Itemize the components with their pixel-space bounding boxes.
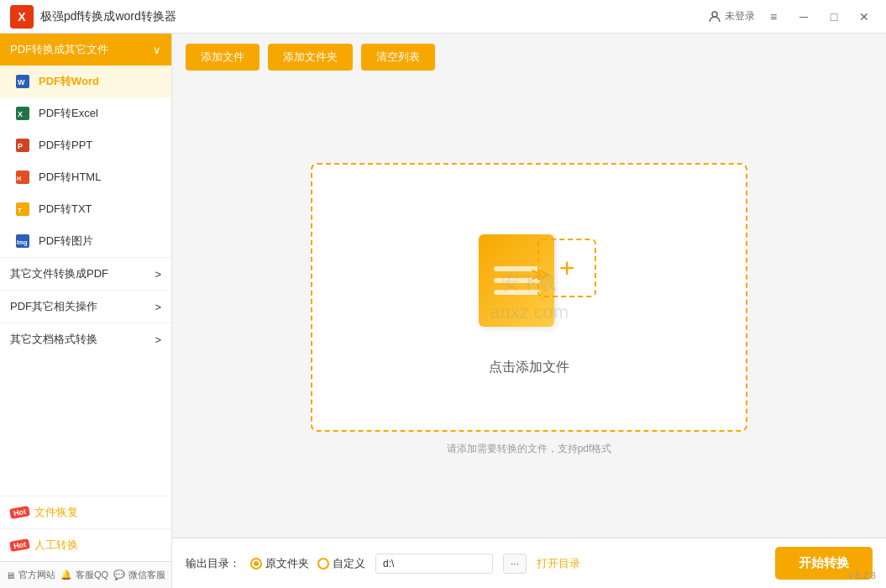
sidebar-item-pdf-to-img[interactable]: Img PDF转图片 (0, 225, 171, 257)
close-button[interactable]: ✕ (852, 5, 876, 29)
plus-icon: + (559, 253, 575, 284)
website-label: 官方网站 (18, 569, 55, 581)
svg-text:P: P (18, 142, 23, 150)
official-website-link[interactable]: 🖥 官方网站 (6, 569, 55, 581)
doc-line-3 (494, 290, 540, 295)
sidebar-item-label: PDF转图片 (39, 234, 93, 249)
output-path-input[interactable] (375, 554, 493, 574)
qq-support-link[interactable]: 🔔 客服QQ (60, 569, 108, 581)
open-dir-button[interactable]: 打开目录 (537, 556, 580, 571)
radio-original-label: 原文件夹 (265, 556, 309, 571)
sidebar: PDF转换成其它文件 ∨ W PDF转Word X PDF转Excel P PD… (0, 34, 172, 588)
version-label: v 5.2.3 (848, 569, 876, 581)
output-dir-label: 输出目录： (186, 556, 240, 571)
file-recovery-label: 文件恢复 (34, 505, 78, 520)
add-folder-button[interactable]: 添加文件夹 (268, 44, 353, 71)
excel-icon: X (13, 104, 32, 123)
user-label: 未登录 (725, 9, 755, 24)
sidebar-item-file-recovery[interactable]: Hot 文件恢复 (0, 496, 171, 528)
svg-text:X: X (18, 110, 23, 118)
wechat-label: 微信客服 (128, 569, 165, 581)
manual-convert-label: 人工转换 (34, 538, 78, 553)
drop-area-container: 安下载anxz.com ≫ + 点击添加文件 请添加需要转换的文件，支持 (172, 81, 886, 538)
browse-button[interactable]: ··· (503, 554, 527, 574)
sidebar-category-doc-convert[interactable]: 其它文档格式转换 > (0, 323, 171, 355)
version-text: v 5.2.3 (848, 570, 876, 580)
hot-badge-recovery: Hot (9, 506, 30, 519)
img-icon: Img (13, 232, 32, 250)
sidebar-item-label: PDF转PPT (39, 138, 92, 153)
radio-original-dot (250, 558, 262, 570)
sidebar-item-pdf-to-ppt[interactable]: P PDF转PPT (0, 129, 171, 161)
txt-icon: T (13, 200, 32, 218)
svg-text:Img: Img (17, 239, 27, 246)
html-icon: H (13, 168, 32, 186)
radio-custom-label: 自定义 (333, 556, 365, 571)
menu-button[interactable]: ≡ (762, 5, 785, 29)
sidebar-section-label: PDF转换成其它文件 (10, 42, 108, 57)
user-icon (708, 10, 721, 24)
main-layout: PDF转换成其它文件 ∨ W PDF转Word X PDF转Excel P PD… (0, 34, 886, 588)
chevron-right-icon: > (155, 268, 161, 281)
maximize-button[interactable]: □ (822, 5, 846, 29)
pdf-illustration: ≫ + (462, 218, 596, 352)
sidebar-item-pdf-to-word[interactable]: W PDF转Word (0, 66, 171, 97)
add-file-plus-box: + (537, 239, 596, 297)
window-controls: 未登录 ≡ ─ □ ✕ (708, 5, 876, 29)
wechat-icon: 💬 (113, 570, 125, 580)
chevron-right-icon: > (155, 333, 161, 346)
minimize-button[interactable]: ─ (792, 5, 815, 29)
website-icon: 🖥 (6, 570, 15, 580)
titlebar: X 极强pdf转换成word转换器 未登录 ≡ ─ □ ✕ (0, 0, 886, 34)
radio-group-output: 原文件夹 自定义 (250, 556, 365, 571)
sidebar-item-label: PDF转Word (39, 74, 99, 89)
wechat-support-link[interactable]: 💬 微信客服 (113, 569, 165, 581)
ppt-icon: P (13, 136, 32, 155)
sidebar-item-pdf-to-html[interactable]: H PDF转HTML (0, 161, 171, 193)
radio-custom-dot (317, 558, 329, 570)
svg-text:T: T (18, 207, 22, 214)
category-label: PDF其它相关操作 (10, 299, 97, 314)
hot-badge-manual: Hot (9, 538, 30, 552)
drop-area[interactable]: 安下载anxz.com ≫ + 点击添加文件 (311, 163, 747, 432)
sidebar-category-other-to-pdf[interactable]: 其它文件转换成PDF > (0, 257, 171, 290)
sidebar-item-label: PDF转Excel (39, 106, 98, 121)
category-label: 其它文件转换成PDF (10, 266, 108, 281)
sidebar-category-pdf-ops[interactable]: PDF其它相关操作 > (0, 290, 171, 323)
sidebar-section-pdf-convert[interactable]: PDF转换成其它文件 ∨ (0, 34, 171, 66)
sidebar-item-label: PDF转TXT (39, 202, 92, 217)
sidebar-footer: 🖥 官方网站 🔔 客服QQ 💬 微信客服 (0, 561, 171, 588)
app-title: 极强pdf转换成word转换器 (40, 9, 708, 24)
add-file-button[interactable]: 添加文件 (186, 44, 260, 71)
category-label: 其它文档格式转换 (10, 332, 97, 347)
clear-list-button[interactable]: 清空列表 (361, 44, 435, 71)
qq-icon: 🔔 (60, 570, 72, 580)
svg-text:H: H (17, 176, 21, 181)
sidebar-bottom: Hot 文件恢复 Hot 人工转换 🖥 官方网站 🔔 客服QQ 💬 (0, 496, 171, 588)
radio-original-folder[interactable]: 原文件夹 (250, 556, 309, 571)
drop-label: 点击添加文件 (489, 359, 569, 376)
content-area: 添加文件 添加文件夹 清空列表 安下载anxz.com ≫ (172, 34, 886, 588)
logo-text: X (18, 10, 25, 24)
drop-hint: 请添加需要转换的文件，支持pdf格式 (447, 442, 612, 456)
app-logo: X (10, 5, 34, 29)
bottom-bar: 输出目录： 原文件夹 自定义 ··· 打开目录 开始转换 (172, 538, 886, 588)
toolbar: 添加文件 添加文件夹 清空列表 (172, 34, 886, 81)
word-icon: W (13, 72, 32, 91)
sidebar-item-manual-convert[interactable]: Hot 人工转换 (0, 528, 171, 561)
user-area[interactable]: 未登录 (708, 9, 755, 24)
qq-label: 客服QQ (76, 569, 108, 581)
svg-text:W: W (18, 78, 25, 87)
sidebar-item-pdf-to-excel[interactable]: X PDF转Excel (0, 97, 171, 129)
sidebar-item-pdf-to-txt[interactable]: T PDF转TXT (0, 193, 171, 225)
svg-point-0 (712, 12, 717, 17)
radio-custom-folder[interactable]: 自定义 (317, 556, 365, 571)
section-arrow-icon: ∨ (153, 44, 161, 56)
sidebar-item-label: PDF转HTML (39, 170, 101, 185)
chevron-right-icon: > (155, 301, 161, 313)
